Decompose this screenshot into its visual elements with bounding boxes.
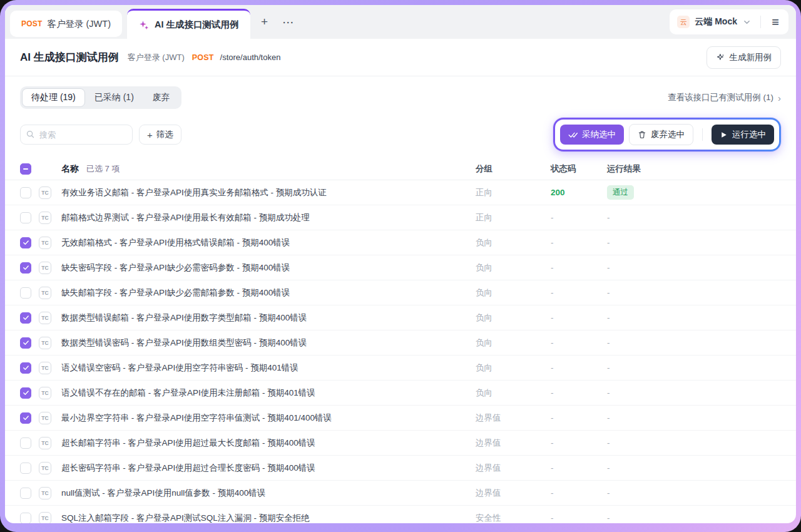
case-name: 最小边界空字符串 - 客户登录API使用空字符串值测试 - 预期401/400错…	[61, 412, 476, 424]
table-row[interactable]: TC 超长密码字符串 - 客户登录API使用超过合理长度密码 - 预期400错误…	[5, 456, 796, 481]
new-tab-button[interactable]: +	[255, 13, 274, 31]
tab-api-request[interactable]: POST 客户登录 (JWT)	[10, 11, 122, 37]
case-result: -	[607, 238, 610, 247]
check-icon	[23, 389, 29, 396]
case-name: 无效邮箱格式 - 客户登录API使用格式错误邮箱 - 预期400错误	[61, 237, 476, 248]
table-row[interactable]: TC 缺失邮箱字段 - 客户登录API缺少必需邮箱参数 - 预期400错误 负向…	[5, 280, 796, 305]
name-header-cell: 名称 已选 7 项	[61, 163, 476, 175]
search-icon	[26, 130, 35, 139]
case-status: -	[551, 263, 607, 272]
row-checkbox[interactable]	[20, 187, 31, 198]
case-name: 数据类型错误密码 - 客户登录API使用数组类型密码 - 预期400错误	[61, 337, 476, 349]
accept-selected-button[interactable]: 采纳选中	[560, 125, 624, 145]
case-status: -	[551, 363, 607, 372]
table-row[interactable]: TC 有效业务语义邮箱 - 客户登录API使用真实业务邮箱格式 - 预期成功认证…	[5, 180, 796, 205]
case-name: 邮箱格式边界测试 - 客户登录API使用最长有效邮箱 - 预期成功处理	[61, 212, 476, 223]
bulk-actions-highlight: 采纳选中 废弃选中 运行选中	[553, 118, 781, 151]
check-icon	[23, 239, 29, 246]
table-row[interactable]: TC 无效邮箱格式 - 客户登录API使用格式错误邮箱 - 预期400错误 负向…	[5, 230, 796, 255]
table-row[interactable]: TC 最小边界空字符串 - 客户登录API使用空字符串值测试 - 预期401/4…	[5, 406, 796, 431]
case-result: -	[607, 413, 610, 422]
row-checkbox[interactable]	[20, 337, 31, 349]
table-row[interactable]: TC 超长邮箱字符串 - 客户登录API使用超过最大长度邮箱 - 预期400错误…	[5, 431, 796, 456]
test-case-icon: TC	[39, 387, 51, 399]
table-row[interactable]: TC SQL注入邮箱字段 - 客户登录API测试SQL注入漏洞 - 预期安全拒绝…	[5, 506, 796, 523]
table-row[interactable]: TC 语义错误空密码 - 客户登录API使用空字符串密码 - 预期401错误 负…	[5, 356, 796, 381]
row-checkbox[interactable]	[20, 362, 31, 374]
case-name: 语义错误空密码 - 客户登录API使用空字符串密码 - 预期401错误	[61, 362, 476, 374]
case-group: 负向	[476, 337, 551, 349]
generate-button-label: 生成新用例	[730, 52, 772, 63]
select-all-checkbox[interactable]	[20, 163, 31, 175]
test-case-icon: TC	[39, 212, 51, 224]
row-checkbox[interactable]	[20, 412, 31, 424]
app-window: POST 客户登录 (JWT) AI 生成接口测试用例 + ⋯ 云	[5, 5, 796, 523]
case-result: -	[607, 363, 610, 372]
filter-button[interactable]: + 筛选	[139, 125, 181, 145]
test-case-icon: TC	[39, 512, 51, 524]
case-group: 负向	[476, 287, 551, 299]
search-input[interactable]	[20, 125, 133, 145]
case-group: 正向	[476, 212, 551, 223]
check-icon	[23, 414, 29, 421]
filter-tab-discarded[interactable]: 废弃	[143, 88, 180, 107]
table-row[interactable]: TC 语义错误不存在的邮箱 - 客户登录API使用未注册邮箱 - 预期401错误…	[5, 381, 796, 406]
case-name: 数据类型错误邮箱 - 客户登录API使用数字类型邮箱 - 预期400错误	[61, 312, 476, 324]
row-checkbox[interactable]	[20, 237, 31, 248]
page-header: AI 生成接口测试用例 客户登录 (JWT) POST /store/auth/…	[5, 39, 796, 76]
case-status: -	[551, 388, 607, 397]
tab-ai-test-cases[interactable]: AI 生成接口测试用例	[127, 9, 250, 39]
run-selected-button[interactable]: 运行选中	[712, 125, 774, 145]
row-checkbox[interactable]	[20, 262, 31, 274]
case-name: 语义错误不存在的邮箱 - 客户登录API使用未注册邮箱 - 预期401错误	[61, 387, 476, 399]
filter-tab-pending[interactable]: 待处理 (19)	[22, 88, 85, 107]
case-name: 超长密码字符串 - 客户登录API使用超过合理长度密码 - 预期400错误	[61, 463, 476, 474]
divider	[702, 128, 703, 141]
row-checkbox[interactable]	[20, 287, 31, 299]
table-row[interactable]: TC 数据类型错误密码 - 客户登录API使用数组类型密码 - 预期400错误 …	[5, 330, 796, 356]
case-result: -	[607, 463, 610, 473]
row-checkbox[interactable]	[20, 488, 31, 499]
case-status: -	[551, 438, 607, 448]
table-row[interactable]: TC 缺失密码字段 - 客户登录API缺少必需密码参数 - 预期400错误 负向…	[5, 255, 796, 280]
table-row[interactable]: TC 邮箱格式边界测试 - 客户登录API使用最长有效邮箱 - 预期成功处理 正…	[5, 205, 796, 230]
row-checkbox[interactable]	[20, 312, 31, 324]
filter-tab-accepted[interactable]: 已采纳 (1)	[85, 88, 143, 107]
check-icon	[23, 264, 29, 271]
row-checkbox[interactable]	[20, 463, 31, 474]
ellipsis-icon: ⋯	[282, 15, 294, 29]
tab-label: AI 生成接口测试用例	[155, 19, 239, 31]
test-case-icon: TC	[39, 487, 51, 499]
mock-env-label: 云端 Mock	[695, 16, 737, 28]
row-checkbox[interactable]	[20, 387, 31, 399]
app-frame: POST 客户登录 (JWT) AI 生成接口测试用例 + ⋯ 云	[0, 0, 801, 532]
row-checkbox[interactable]	[20, 212, 31, 223]
table-header: 名称 已选 7 项 分组 状态码 运行结果	[5, 158, 796, 180]
test-case-icon: TC	[39, 262, 51, 274]
case-status: -	[551, 488, 607, 498]
discard-selected-button[interactable]: 废弃选中	[629, 124, 693, 145]
divider	[760, 16, 761, 28]
generate-new-cases-button[interactable]: 生成新用例	[707, 46, 782, 69]
row-checkbox[interactable]	[20, 437, 31, 449]
mock-env-selector[interactable]: 云 云端 Mock	[676, 16, 757, 28]
page-title: AI 生成接口测试用例	[20, 50, 119, 64]
table-row[interactable]: TC 数据类型错误邮箱 - 客户登录API使用数字类型邮箱 - 预期400错误 …	[5, 305, 796, 330]
table-row[interactable]: TC null值测试 - 客户登录API使用null值参数 - 预期400错误 …	[5, 481, 796, 506]
status-filter-tabs: 待处理 (19) 已采纳 (1) 废弃	[20, 86, 181, 109]
api-name: 客户登录 (JWT)	[128, 52, 185, 63]
view-existing-cases-link[interactable]: 查看该接口已有测试用例 (1) ›	[668, 92, 781, 103]
result-column-header: 运行结果	[607, 163, 781, 175]
group-column-header: 分组	[476, 163, 551, 175]
menu-button[interactable]: ≡	[765, 13, 786, 31]
row-checkbox[interactable]	[20, 513, 31, 524]
more-tabs-button[interactable]: ⋯	[279, 13, 298, 31]
table-body: TC 有效业务语义邮箱 - 客户登录API使用真实业务邮箱格式 - 预期成功认证…	[5, 180, 796, 523]
case-name: 缺失邮箱字段 - 客户登录API缺少必需邮箱参数 - 预期400错误	[61, 287, 476, 299]
cloud-icon: 云	[677, 16, 690, 28]
accept-button-label: 采纳选中	[582, 129, 616, 140]
case-status: -	[551, 463, 607, 473]
plus-icon: +	[261, 15, 268, 29]
case-group: 边界值	[476, 488, 551, 499]
case-group: 安全性	[476, 513, 551, 524]
